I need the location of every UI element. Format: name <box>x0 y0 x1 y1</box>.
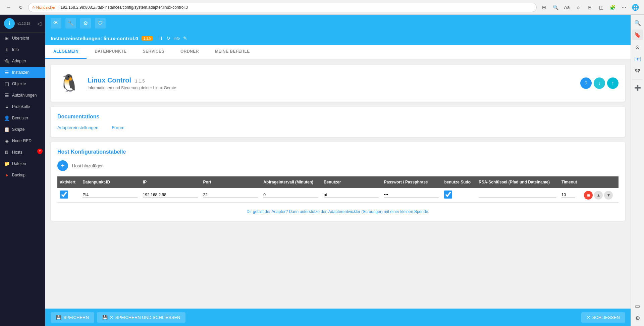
adapter-logo: 🐧 <box>57 71 81 95</box>
sidebar-item-backup[interactable]: ● Backup <box>0 169 45 181</box>
view-button[interactable]: 👁 <box>51 18 61 29</box>
maps-panel-btn[interactable]: 🗺 <box>632 66 643 76</box>
col-passwort: Passwort / Passphrase <box>381 176 442 188</box>
rsa-input[interactable] <box>479 193 556 198</box>
panel-divider <box>632 79 643 79</box>
add-panel-btn[interactable]: ➕ <box>632 82 643 93</box>
abfrageintervall-input[interactable] <box>263 193 318 198</box>
browser-bar: ← ↻ ⚠ Nicht sicher | 192.168.2.98:8081/#… <box>0 0 644 15</box>
benutzer-input[interactable] <box>324 193 379 198</box>
save-button[interactable]: 💾 SPEICHERN <box>51 312 94 323</box>
bookmark-panel-btn[interactable]: 🔖 <box>632 30 643 40</box>
add-host-button[interactable]: + <box>57 160 68 171</box>
aktiviert-checkbox[interactable] <box>60 191 68 199</box>
adapter-card: 🐧 Linux Control 1.1.5 Informationen und … <box>51 65 625 102</box>
port-input[interactable] <box>203 193 258 198</box>
content-area: 🐧 Linux Control 1.1.5 Informationen und … <box>45 59 631 231</box>
tab-meine-befehle[interactable]: MEINE BEFEHLE <box>207 45 258 59</box>
sidebar-item-aufzaehlungen[interactable]: ☰ Aufzählungen <box>0 90 45 101</box>
sidebar-item-instanzen[interactable]: ☰ Instanzen <box>0 67 45 78</box>
sidebar-label-aufzaehlungen: Aufzählungen <box>12 93 37 98</box>
table-row-actions: ■ ▲ ▼ <box>584 191 616 200</box>
passwort-input[interactable] <box>384 193 439 198</box>
browser-icons: ⊞ 🔍 Aa ☆ ⊟ ◫ 🧩 ⋯ 🌐 <box>539 3 640 12</box>
cell-actions: ■ ▲ ▼ <box>581 188 619 203</box>
host-table: aktiviert Datenpunkt-ID IP Port Abfragei… <box>57 176 619 203</box>
refresh-button[interactable]: ↻ <box>166 35 171 42</box>
update-button[interactable]: ↑ <box>607 77 619 89</box>
shield-button[interactable]: 🛡 <box>95 18 106 29</box>
save-close-label: SPEICHERN UND SCHLIESSEN <box>115 315 180 320</box>
zoom-btn[interactable]: 🔍 <box>551 3 560 12</box>
collapse-button[interactable]: ◁ <box>37 20 41 27</box>
hosts-badge: 2 <box>37 149 43 154</box>
info-button[interactable]: info <box>173 35 180 42</box>
sidebar-item-protokolle[interactable]: ≡ Protokolle <box>0 101 45 112</box>
sidebar-label-skripte: Skripte <box>12 127 24 132</box>
sidebar-label-node-red: Node-RED <box>12 139 32 143</box>
back-button[interactable]: ← <box>4 3 13 12</box>
adapter-info: Linux Control 1.1.5 Informationen und St… <box>88 76 574 90</box>
read-aloud-btn[interactable]: Aa <box>562 3 572 12</box>
sudo-checkbox[interactable] <box>444 191 452 199</box>
adapter-icon: 🔌 <box>4 58 9 64</box>
delete-row-button[interactable]: ■ <box>584 191 593 200</box>
tab-allgemein[interactable]: ALLGEMEIN <box>45 45 87 59</box>
adapter-action-buttons: ? ↓ ↑ <box>580 77 619 89</box>
tab-datenpunkte[interactable]: DATENPUNKTE <box>87 45 135 59</box>
save-close-button[interactable]: 💾 ✕ SPEICHERN UND SCHLIESSEN <box>97 312 186 323</box>
mail-panel-btn[interactable]: 📧 <box>632 54 643 64</box>
search-panel-btn[interactable]: 🔍 <box>632 17 643 28</box>
expand-panel-btn[interactable]: ▭ <box>632 301 643 311</box>
host-table-title: Host Konfigurationstabelle <box>57 149 619 155</box>
adapter-settings-link[interactable]: Adaptereinstellungen <box>57 125 98 130</box>
cell-datenpunkt-id <box>80 188 140 203</box>
sidebar-item-benutzer[interactable]: 👤 Benutzer <box>0 112 45 124</box>
sidebar-item-node-red[interactable]: ◈ Node-RED <box>0 135 45 147</box>
edge-logo[interactable]: 🌐 <box>631 3 640 12</box>
ip-input[interactable] <box>143 193 198 198</box>
more-btn[interactable]: ⋯ <box>619 3 629 12</box>
sidebar-item-objekte[interactable]: ◫ Objekte <box>0 78 45 90</box>
copilot-btn[interactable]: ◫ <box>596 3 606 12</box>
tab-services[interactable]: SERVICES <box>135 45 172 59</box>
extensions-btn[interactable]: 🧩 <box>608 3 617 12</box>
sidebar-item-uebersicht[interactable]: ⊞ Übersicht <box>0 33 45 44</box>
save-icon: 💾 <box>56 315 61 320</box>
cell-ip <box>140 188 201 203</box>
aufzaehlungen-icon: ☰ <box>4 93 9 98</box>
timeout-input[interactable] <box>561 193 575 198</box>
move-up-button[interactable]: ▲ <box>594 191 603 200</box>
tools-button[interactable]: 🔧 <box>65 18 76 29</box>
reader-mode-btn[interactable]: ⊞ <box>539 3 549 12</box>
reload-button[interactable]: ↻ <box>16 3 25 12</box>
help-button[interactable]: ? <box>580 77 592 89</box>
pause-button[interactable]: ⏸ <box>158 35 164 42</box>
sidebar-item-adapter[interactable]: 🔌 Adapter <box>0 55 45 67</box>
sidebar-item-dateien[interactable]: 📁 Dateien <box>0 158 45 169</box>
settings-button[interactable]: ⚙ <box>80 18 91 29</box>
sidebar-item-hosts[interactable]: 🖥 Hosts 2 <box>0 147 45 158</box>
app-logo: i <box>4 18 15 29</box>
col-port: Port <box>201 176 261 188</box>
sidebar-item-info[interactable]: ℹ Info <box>0 44 45 55</box>
settings-panel-btn[interactable]: ⚙ <box>632 313 643 323</box>
col-benutzer: Benutzer <box>321 176 381 188</box>
security-warning: ⚠ Nicht sicher <box>32 5 55 9</box>
history-panel-btn[interactable]: ⊙ <box>632 42 643 52</box>
main-content: 👁 🔧 ⚙ 🛡 Instanzeinstellungen: linux-cont… <box>45 15 631 326</box>
move-down-button[interactable]: ▼ <box>604 191 613 200</box>
split-view-btn[interactable]: ⊟ <box>585 3 594 12</box>
download-button[interactable]: ↓ <box>594 77 605 89</box>
edit-button[interactable]: ✎ <box>182 35 188 42</box>
close-button[interactable]: ✕ SCHLIESSEN <box>581 312 625 323</box>
forum-link[interactable]: Forum <box>112 125 124 130</box>
col-timeout: Timeout <box>559 176 582 188</box>
datenpunkt-id-input[interactable] <box>83 193 138 198</box>
sidebar-item-skripte[interactable]: 📋 Skripte <box>0 124 45 135</box>
protokolle-icon: ≡ <box>4 104 9 109</box>
table-header-row: aktiviert Datenpunkt-ID IP Port Abfragei… <box>57 176 619 188</box>
tab-ordner[interactable]: ORDNER <box>172 45 207 59</box>
documentation-section: Documentations Adaptereinstellungen Foru… <box>51 107 625 137</box>
favorite-btn[interactable]: ☆ <box>574 3 583 12</box>
